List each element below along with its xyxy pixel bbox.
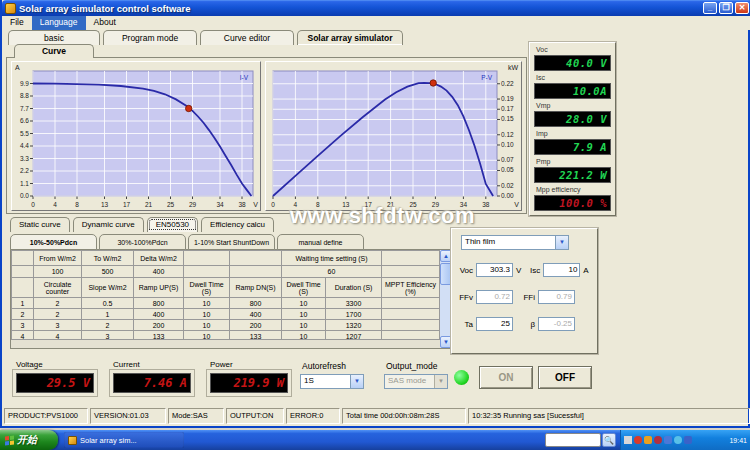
lcd-label: Mpp efficiency [534,185,611,195]
table-cell[interactable]: 800 [230,298,282,309]
tray-icon[interactable] [674,436,682,444]
table-cell[interactable]: 10 [282,298,326,309]
pv-technology-value: Thin film [465,237,495,246]
output-status-indicator [454,370,469,385]
lcd-value: 28.0 V [534,111,611,127]
table-cell[interactable]: 3 [34,320,82,331]
tab-basic[interactable]: basic [8,30,100,45]
tab-efficiency-calcu[interactable]: Efficiency calcu [201,217,274,232]
table-header-cell [12,251,34,266]
tab-curve-editor[interactable]: Curve editor [200,30,294,45]
off-button[interactable]: OFF [538,366,592,389]
autorefresh-select[interactable]: 1S ▼ [300,374,364,389]
table-cell[interactable]: 400 [134,266,184,278]
minimize-button[interactable]: _ [703,2,717,14]
main-tab-strip: basicProgram modeCurve editorSolar array… [8,30,403,45]
tray-icon[interactable] [684,436,692,444]
tab-solar-array-simulator[interactable]: Solar array simulator [297,30,403,45]
tray-icon[interactable] [654,436,662,444]
tab-curve[interactable]: Curve [14,44,94,58]
lcd-value: 221.2 W [534,167,611,183]
table-cell[interactable]: 400 [230,309,282,320]
tab-dynamic-curve[interactable]: Dynamic curve [73,217,144,232]
tray-icon[interactable] [644,436,652,444]
table-cell[interactable]: 0.5 [82,298,134,309]
table-cell[interactable] [382,298,440,309]
subtab-manual-define[interactable]: manual define [277,234,364,250]
magnifier-icon[interactable]: 🔍 [602,433,616,447]
start-button[interactable]: 开始 [0,430,58,450]
table-cell[interactable]: 2 [34,309,82,320]
tab-static-curve[interactable]: Static curve [10,217,70,232]
table-cell[interactable]: 800 [134,298,184,309]
table-cell[interactable]: 2 [12,309,34,320]
subtab-1-10-start-shuntdown[interactable]: 1-10% Start ShuntDown [188,234,275,250]
maximize-button[interactable]: ❐ [719,2,733,14]
table-cell[interactable]: 1 [82,309,134,320]
table-cell[interactable] [230,266,282,278]
tab-en50530[interactable]: EN50530 [147,217,198,232]
field-ta[interactable]: 25 [476,317,513,331]
table-cell[interactable]: 200 [230,320,282,331]
field-β: -0.25 [538,317,575,331]
power-lcd: 219.9 W [210,373,288,393]
tab-program-mode[interactable]: Program mode [103,30,197,45]
field-voc[interactable]: 303.3 [476,263,513,277]
lcd-group-voc: Voc40.0 V [534,45,611,73]
table-cell[interactable]: 1320 [326,320,382,331]
en50530-table-wrap: From W/m2To W/m2Delta W/m2Waiting time s… [10,249,453,349]
autorefresh-label: Autorefresh [302,361,346,371]
svg-text:kW: kW [508,64,519,71]
table-horizontal-scrollbar[interactable] [11,339,440,348]
table-cell[interactable]: 2 [82,320,134,331]
table-cell[interactable]: 2 [34,298,82,309]
table-cell[interactable]: 60 [282,266,382,278]
table-cell[interactable]: 10 [282,320,326,331]
menu-language[interactable]: Language [32,16,86,30]
subtab-30-100-pdcn[interactable]: 30%-100%Pdcn [99,234,186,250]
svg-text:34: 34 [216,201,224,208]
table-row: 22140010400101700 [12,309,440,320]
curve-panel: Curve 048131721252934389.98.87.76.65.54.… [6,44,527,214]
table-cell[interactable]: 200 [134,320,184,331]
menu-about[interactable]: About [86,16,124,30]
tray-icon[interactable] [634,436,642,444]
status-segment: Total time 00d:00h:08m:28S [342,408,466,424]
table-cell[interactable]: 10 [184,309,230,320]
table-cell[interactable] [382,266,440,278]
mode-tab-strip: Static curveDynamic curveEN50530Efficien… [10,217,274,232]
table-cell[interactable]: 1 [12,298,34,309]
table-cell[interactable]: 3 [12,320,34,331]
table-cell[interactable] [184,266,230,278]
subtab-10-50-pdcn[interactable]: 10%-50%Pdcn [10,234,97,250]
pv-technology-select[interactable]: Thin film ▼ [461,235,569,250]
table-cell[interactable]: 500 [82,266,134,278]
table-header-cell [12,278,34,298]
table-cell[interactable]: 10 [184,298,230,309]
table-cell[interactable]: 400 [134,309,184,320]
menu-file[interactable]: File [2,16,32,30]
table-row: From W/m2To W/m2Delta W/m2Waiting time s… [12,251,440,266]
table-cell[interactable]: 3300 [326,298,382,309]
chevron-down-icon[interactable]: ▼ [555,236,568,249]
status-segment: ERROR:0 [286,408,340,424]
taskbar-item-solar-app[interactable]: Solar array sim... [64,432,184,448]
table-header-cell: Waiting time setting (S) [282,251,382,266]
language-bar[interactable] [545,433,601,447]
pv-model-panel: Thin film ▼ Voc303.3VIsc10AFFv0.72FFi0.7… [451,228,598,354]
lcd-value: 10.0A [534,83,611,99]
table-cell[interactable] [382,309,440,320]
app-icon [68,436,77,445]
table-cell[interactable] [382,320,440,331]
tray-icon[interactable] [664,436,672,444]
table-cell[interactable]: 10 [282,309,326,320]
table-cell[interactable] [12,266,34,278]
table-cell[interactable]: 100 [34,266,82,278]
close-button[interactable]: ✕ [735,2,749,14]
table-header-cell [230,251,282,266]
field-isc[interactable]: 10 [543,263,580,277]
volume-icon[interactable] [624,436,632,444]
table-cell[interactable]: 1700 [326,309,382,320]
table-cell[interactable]: 10 [184,320,230,331]
chevron-down-icon[interactable]: ▼ [350,375,363,388]
